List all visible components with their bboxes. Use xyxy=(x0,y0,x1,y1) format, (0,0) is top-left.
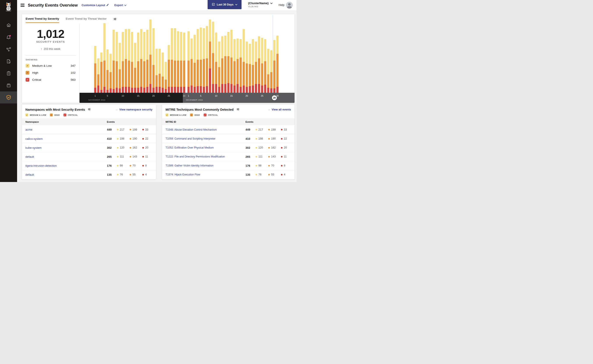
chart-bar[interactable] xyxy=(206,26,208,93)
chart-bar[interactable] xyxy=(243,29,245,93)
namespace-link[interactable]: default xyxy=(25,173,107,176)
chart-bar[interactable] xyxy=(203,28,205,93)
chart-bar[interactable] xyxy=(187,31,190,93)
severity-checkbox[interactable]: ✓ xyxy=(26,71,29,75)
chart-bar[interactable] xyxy=(215,32,217,93)
chart-bar[interactable] xyxy=(246,42,248,93)
chart-bar[interactable] xyxy=(267,49,270,93)
tab-event-trend-by-threat-vector[interactable]: Event Trend by Threat Vector xyxy=(66,17,107,22)
sidebar-item-compliance[interactable] xyxy=(0,67,17,79)
chart-bar[interactable] xyxy=(233,39,236,93)
mitre-technique-link[interactable]: T1222: File and Directory Permissions Mo… xyxy=(166,155,246,158)
chart-bar[interactable] xyxy=(103,23,106,93)
chart-bar[interactable] xyxy=(165,62,167,93)
help-link[interactable]: Help xyxy=(279,3,285,6)
chart-bar[interactable] xyxy=(212,22,214,93)
chart-bar[interactable] xyxy=(109,54,112,93)
chart-bar[interactable] xyxy=(143,32,146,93)
chart-bar[interactable] xyxy=(174,28,176,93)
severity-filter-checkbox[interactable]: ✓ xyxy=(64,114,66,116)
chart-bar[interactable] xyxy=(236,39,239,93)
chart-bar[interactable] xyxy=(221,36,224,93)
export-button[interactable]: Export xyxy=(114,4,127,7)
chart-bar[interactable] xyxy=(140,29,143,93)
mitre-technique-link[interactable]: T1052: Exfiltration Over Physical Medium xyxy=(166,146,246,149)
sidebar-item-threat-defense[interactable] xyxy=(0,91,17,104)
mitre-settings-sliders-icon[interactable] xyxy=(236,108,240,112)
chart-bar[interactable] xyxy=(191,39,193,93)
chart-bar[interactable] xyxy=(122,32,124,93)
chart-bar[interactable] xyxy=(180,32,182,93)
chart-bar[interactable] xyxy=(240,39,242,93)
chart-bar[interactable] xyxy=(97,58,100,93)
sidebar-item-home[interactable] xyxy=(0,19,17,31)
date-range-button[interactable]: Last 30 Days xyxy=(208,0,241,9)
chart-bar[interactable] xyxy=(249,44,251,93)
chart-bar[interactable] xyxy=(255,42,257,93)
axis-tick-highlighted-day[interactable]: 29 xyxy=(272,95,277,100)
namespaces-settings-sliders-icon[interactable] xyxy=(88,108,91,112)
sidebar-item-policies[interactable] xyxy=(0,55,17,67)
chart-bar[interactable] xyxy=(218,42,220,93)
tab-event-trend-by-severity[interactable]: Event Trend by Severity xyxy=(26,17,59,23)
chart-bar[interactable] xyxy=(258,36,260,93)
chart-bar[interactable] xyxy=(177,31,179,93)
cat-logo[interactable] xyxy=(0,0,17,12)
chart-bar[interactable] xyxy=(193,35,196,93)
mitre-technique-link[interactable]: T1574: Hijack Execution Flow xyxy=(166,173,246,176)
severity-filter-checkbox[interactable]: ✓ xyxy=(50,114,53,116)
chart-bar[interactable] xyxy=(197,29,199,93)
chart-bar[interactable] xyxy=(125,29,127,93)
chart-bar[interactable] xyxy=(168,45,170,93)
mitre-technique-link[interactable]: T1059: Command and Scripting Interpreter xyxy=(166,137,246,140)
customize-layout-button[interactable]: Customize Layout xyxy=(82,4,109,7)
chart-bar[interactable] xyxy=(171,28,173,93)
severity-filter-checkbox[interactable]: ✓ xyxy=(25,114,28,116)
chart-bar[interactable] xyxy=(273,40,276,93)
chart-bar[interactable] xyxy=(261,38,263,93)
chart-bar[interactable] xyxy=(128,29,130,93)
namespace-link[interactable]: acme xyxy=(25,128,107,131)
chart-bar[interactable] xyxy=(276,36,279,93)
chart-bar[interactable] xyxy=(252,39,254,93)
cluster-selector[interactable]: {ClusterName} V1.26 AKS xyxy=(248,1,273,8)
chart-bar[interactable] xyxy=(94,46,97,93)
chart-bar[interactable] xyxy=(153,28,155,93)
chart-bar[interactable] xyxy=(227,32,230,93)
chart-bar[interactable] xyxy=(146,30,149,93)
chart-bar[interactable] xyxy=(162,52,164,93)
namespace-link[interactable]: tigera-intrusion-detection xyxy=(25,164,107,167)
chart-bar[interactable] xyxy=(230,30,233,93)
chart-bar[interactable] xyxy=(155,49,158,93)
chart-bar[interactable] xyxy=(119,43,121,93)
chart-bar[interactable] xyxy=(200,27,202,93)
severity-filter-checkbox[interactable]: ✓ xyxy=(166,114,168,116)
severity-filter-checkbox[interactable]: ✓ xyxy=(190,114,193,116)
mitre-technique-link[interactable]: T1589: Gather Victim Identity Informatio… xyxy=(166,164,246,167)
severity-checkbox[interactable]: ✓ xyxy=(26,78,29,82)
view-namespace-security-link[interactable]: → View namespace security xyxy=(115,108,153,111)
namespace-link[interactable]: default xyxy=(25,155,107,158)
chart-bar[interactable] xyxy=(224,36,227,93)
chart-bar[interactable] xyxy=(159,49,161,93)
sidebar-item-service-graph[interactable] xyxy=(0,43,17,55)
chart-bar[interactable] xyxy=(137,32,140,93)
namespace-link[interactable]: kube-system xyxy=(25,146,107,150)
sidebar-item-image-assurance[interactable] xyxy=(0,79,17,91)
chart-bar[interactable] xyxy=(107,49,109,93)
chart-settings-sliders-icon[interactable] xyxy=(113,17,117,22)
chart-bar[interactable] xyxy=(270,50,273,93)
view-all-events-link[interactable]: → View all events xyxy=(268,108,291,111)
chart-bar[interactable] xyxy=(264,39,267,93)
user-avatar[interactable] xyxy=(286,2,293,8)
mitre-technique-link[interactable]: T1548: Abuse Elevation Control Mechanism xyxy=(166,128,246,131)
chart-bar[interactable] xyxy=(116,32,118,93)
hamburger-menu-icon[interactable] xyxy=(20,3,25,7)
chart-bar[interactable] xyxy=(183,32,186,93)
chart-bar[interactable] xyxy=(113,30,115,93)
chart-bar[interactable] xyxy=(209,20,211,93)
severity-filter-checkbox[interactable]: ✓ xyxy=(204,114,207,116)
severity-checkbox[interactable]: ✓ xyxy=(26,64,29,68)
namespace-link[interactable]: calico-system xyxy=(25,137,107,140)
chart-bar[interactable] xyxy=(149,20,152,93)
